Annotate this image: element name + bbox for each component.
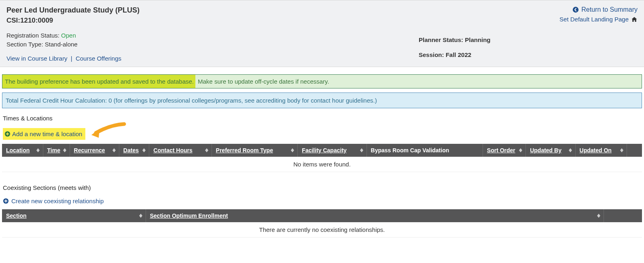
sort-icon (36, 148, 40, 152)
sort-icon (139, 214, 142, 218)
times-locations-table: Location Time Recurrence Dates Contact H… (2, 144, 642, 172)
sort-icon (620, 148, 623, 152)
session-label: Session: (419, 51, 446, 58)
arrow-annotation-icon (90, 121, 126, 142)
home-icon (631, 16, 638, 23)
add-time-location-link[interactable]: Add a new time & location (4, 130, 82, 137)
reg-status-value: Open (61, 32, 76, 39)
header-right: Return to Summary Set Default Landing Pa… (559, 6, 638, 62)
add-time-location-label: Add a new time & location (12, 130, 82, 137)
table-empty-message: No items were found. (2, 157, 642, 172)
col-location[interactable]: Location (2, 144, 43, 157)
create-coexisting-link[interactable]: Create new coexisting relationship (3, 198, 104, 204)
success-alert-highlight: The building preference has been updated… (2, 75, 195, 88)
session-info: Session: Fall 2022 (419, 51, 491, 58)
info-alert: Total Federal Credit Hour Calculation: 0… (2, 93, 642, 108)
sort-icon (360, 148, 363, 152)
col-recurrence[interactable]: Recurrence (70, 144, 119, 157)
view-course-library-link[interactable]: View in Course Library (6, 55, 68, 62)
svg-point-0 (573, 7, 578, 13)
link-divider: | (71, 55, 72, 62)
table-empty-row: No items were found. (2, 157, 642, 172)
coexisting-table: Section Section Optimum Enrollment There… (2, 209, 642, 238)
col-dates[interactable]: Dates (119, 144, 149, 157)
col-contact-hours[interactable]: Contact Hours (149, 144, 212, 157)
coexisting-heading: Coexisting Sections (meets with) (2, 184, 642, 191)
col-updated-by[interactable]: Updated By (526, 144, 575, 157)
content-area: The building preference has been updated… (0, 74, 644, 238)
success-alert-rest: Make sure to update off-cycle dates if n… (195, 75, 332, 88)
col-sort-order[interactable]: Sort Order (483, 144, 525, 157)
page-header: Peer Led Undergraduate Study (PLUS) CSI:… (0, 0, 644, 67)
section-type-value: Stand-alone (45, 41, 78, 48)
planner-status-label: Planner Status: (419, 36, 465, 43)
add-time-location-wrap: Add a new time & location (3, 128, 85, 140)
sort-icon (205, 148, 208, 152)
col-actions (627, 144, 642, 157)
col-optimum[interactable]: Section Optimum Enrollment (146, 209, 604, 222)
create-coexisting-label: Create new coexisting relationship (11, 198, 104, 204)
planner-status: Planner Status: Planning (419, 36, 491, 43)
sort-icon (569, 148, 572, 152)
planner-info: Planner Status: Planning Session: Fall 2… (419, 36, 491, 66)
success-alert: The building preference has been updated… (2, 74, 642, 88)
return-summary-label: Return to Summary (581, 6, 638, 13)
planner-status-value: Planning (465, 36, 490, 43)
plus-circle-icon (3, 198, 9, 204)
sort-icon (519, 148, 522, 152)
table-header-row: Location Time Recurrence Dates Contact H… (2, 144, 642, 157)
session-value: Fall 2022 (446, 51, 471, 58)
course-code: CSI:1210:0009 (6, 17, 559, 25)
section-type-label: Section Type: (6, 41, 45, 48)
plus-circle-icon (4, 131, 11, 137)
course-title: Peer Led Undergraduate Study (PLUS) (6, 6, 559, 15)
table-header-row: Section Section Optimum Enrollment (2, 209, 642, 222)
course-offerings-link[interactable]: Course Offerings (76, 55, 121, 62)
default-landing-link[interactable]: Set Default Landing Page (559, 16, 638, 23)
chevron-left-circle-icon (572, 6, 579, 13)
reg-status-label: Registration Status: (6, 32, 61, 39)
times-locations-heading: Times & Locations (2, 115, 642, 122)
sort-icon (63, 148, 66, 152)
sort-icon (112, 148, 116, 152)
return-summary-link[interactable]: Return to Summary (572, 6, 638, 13)
col-section[interactable]: Section (2, 209, 146, 222)
table-empty-row: There are currently no coexisting relati… (2, 222, 642, 238)
col-facility-capacity[interactable]: Facility Capacity (298, 144, 366, 157)
col-time[interactable]: Time (43, 144, 70, 157)
col-preferred-room[interactable]: Preferred Room Type (212, 144, 298, 157)
sort-icon (291, 148, 294, 152)
coexisting-empty-message: There are currently no coexisting relati… (2, 222, 642, 238)
sort-icon (142, 148, 146, 152)
col-actions (604, 209, 642, 222)
sort-icon (597, 214, 600, 218)
default-landing-label: Set Default Landing Page (559, 16, 629, 23)
col-bypass: Bypass Room Cap Validation (366, 144, 483, 157)
col-updated-on[interactable]: Updated On (575, 144, 627, 157)
